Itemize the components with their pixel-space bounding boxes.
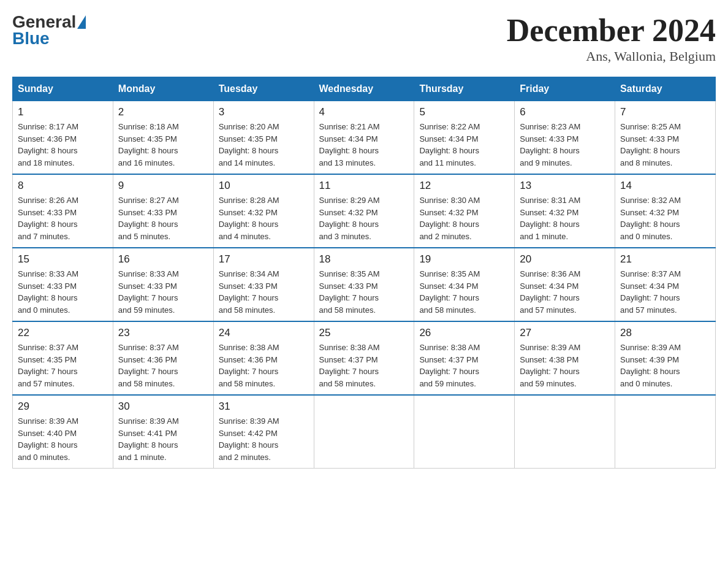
day-number: 1: [18, 106, 108, 118]
calendar-table: Sunday Monday Tuesday Wednesday Thursday…: [12, 77, 716, 469]
day-number: 9: [118, 180, 208, 192]
day-number: 13: [520, 180, 610, 192]
day-cell: 18Sunrise: 8:35 AMSunset: 4:33 PMDayligh…: [314, 248, 414, 321]
day-number: 18: [319, 253, 409, 266]
day-cell: [615, 395, 716, 469]
calendar-header-row: Sunday Monday Tuesday Wednesday Thursday…: [13, 77, 716, 101]
day-info: Sunrise: 8:38 AMSunset: 4:37 PMDaylight:…: [319, 342, 409, 389]
day-number: 26: [419, 327, 509, 339]
week-row-3: 15Sunrise: 8:33 AMSunset: 4:33 PMDayligh…: [13, 248, 716, 321]
day-info: Sunrise: 8:30 AMSunset: 4:32 PMDaylight:…: [419, 194, 509, 242]
day-info: Sunrise: 8:39 AMSunset: 4:40 PMDaylight:…: [18, 415, 108, 463]
day-number: 24: [219, 327, 309, 339]
day-cell: 20Sunrise: 8:36 AMSunset: 4:34 PMDayligh…: [515, 248, 615, 321]
day-cell: 8Sunrise: 8:26 AMSunset: 4:33 PMDaylight…: [13, 174, 113, 248]
day-number: 11: [319, 180, 409, 192]
col-tuesday: Tuesday: [213, 77, 314, 101]
day-number: 6: [520, 106, 610, 118]
day-info: Sunrise: 8:31 AMSunset: 4:32 PMDaylight:…: [520, 194, 610, 242]
day-number: 31: [219, 400, 309, 413]
day-number: 4: [319, 106, 409, 118]
day-cell: 1Sunrise: 8:17 AMSunset: 4:36 PMDaylight…: [13, 101, 113, 175]
day-cell: 31Sunrise: 8:39 AMSunset: 4:42 PMDayligh…: [213, 395, 314, 469]
day-number: 16: [118, 253, 208, 266]
week-row-1: 1Sunrise: 8:17 AMSunset: 4:36 PMDaylight…: [13, 101, 716, 175]
day-number: 17: [219, 253, 309, 266]
page-header: General Blue December 2024 Ans, Wallonia…: [12, 12, 716, 64]
day-info: Sunrise: 8:33 AMSunset: 4:33 PMDaylight:…: [118, 268, 208, 316]
day-cell: [414, 395, 515, 469]
day-number: 23: [118, 327, 208, 339]
day-info: Sunrise: 8:25 AMSunset: 4:33 PMDaylight:…: [620, 121, 710, 169]
day-info: Sunrise: 8:38 AMSunset: 4:37 PMDaylight:…: [419, 342, 509, 389]
col-wednesday: Wednesday: [314, 77, 414, 101]
day-cell: 30Sunrise: 8:39 AMSunset: 4:41 PMDayligh…: [113, 395, 213, 469]
day-number: 20: [520, 253, 610, 266]
day-info: Sunrise: 8:18 AMSunset: 4:35 PMDaylight:…: [118, 121, 208, 169]
day-cell: 3Sunrise: 8:20 AMSunset: 4:35 PMDaylight…: [213, 101, 314, 175]
day-info: Sunrise: 8:27 AMSunset: 4:33 PMDaylight:…: [118, 194, 208, 242]
month-title: December 2024: [507, 12, 716, 48]
logo: General Blue: [12, 12, 87, 48]
day-cell: 25Sunrise: 8:38 AMSunset: 4:37 PMDayligh…: [314, 321, 414, 395]
day-number: 3: [219, 106, 309, 118]
day-cell: 13Sunrise: 8:31 AMSunset: 4:32 PMDayligh…: [515, 174, 615, 248]
day-cell: 19Sunrise: 8:35 AMSunset: 4:34 PMDayligh…: [414, 248, 515, 321]
day-info: Sunrise: 8:39 AMSunset: 4:41 PMDaylight:…: [118, 415, 208, 463]
day-cell: [314, 395, 414, 469]
day-cell: 28Sunrise: 8:39 AMSunset: 4:39 PMDayligh…: [615, 321, 716, 395]
day-cell: 14Sunrise: 8:32 AMSunset: 4:32 PMDayligh…: [615, 174, 716, 248]
day-number: 30: [118, 400, 208, 413]
day-info: Sunrise: 8:21 AMSunset: 4:34 PMDaylight:…: [319, 121, 409, 169]
day-cell: 16Sunrise: 8:33 AMSunset: 4:33 PMDayligh…: [113, 248, 213, 321]
day-number: 27: [520, 327, 610, 339]
day-number: 15: [18, 253, 108, 266]
day-number: 12: [419, 180, 509, 192]
day-number: 21: [620, 253, 710, 266]
day-cell: 29Sunrise: 8:39 AMSunset: 4:40 PMDayligh…: [13, 395, 113, 469]
day-cell: 10Sunrise: 8:28 AMSunset: 4:32 PMDayligh…: [213, 174, 314, 248]
day-info: Sunrise: 8:38 AMSunset: 4:36 PMDaylight:…: [219, 342, 309, 389]
col-monday: Monday: [113, 77, 213, 101]
logo-triangle-icon: [77, 15, 86, 29]
day-info: Sunrise: 8:37 AMSunset: 4:36 PMDaylight:…: [118, 342, 208, 389]
day-cell: 4Sunrise: 8:21 AMSunset: 4:34 PMDaylight…: [314, 101, 414, 175]
title-area: December 2024 Ans, Wallonia, Belgium: [507, 12, 716, 64]
day-info: Sunrise: 8:23 AMSunset: 4:33 PMDaylight:…: [520, 121, 610, 169]
day-info: Sunrise: 8:26 AMSunset: 4:33 PMDaylight:…: [18, 194, 108, 242]
day-cell: 2Sunrise: 8:18 AMSunset: 4:35 PMDaylight…: [113, 101, 213, 175]
day-cell: 5Sunrise: 8:22 AMSunset: 4:34 PMDaylight…: [414, 101, 515, 175]
day-cell: 26Sunrise: 8:38 AMSunset: 4:37 PMDayligh…: [414, 321, 515, 395]
day-number: 5: [419, 106, 509, 118]
day-number: 14: [620, 180, 710, 192]
day-info: Sunrise: 8:35 AMSunset: 4:34 PMDaylight:…: [419, 268, 509, 316]
week-row-2: 8Sunrise: 8:26 AMSunset: 4:33 PMDaylight…: [13, 174, 716, 248]
day-cell: 17Sunrise: 8:34 AMSunset: 4:33 PMDayligh…: [213, 248, 314, 321]
col-thursday: Thursday: [414, 77, 515, 101]
day-cell: 6Sunrise: 8:23 AMSunset: 4:33 PMDaylight…: [515, 101, 615, 175]
day-info: Sunrise: 8:32 AMSunset: 4:32 PMDaylight:…: [620, 194, 710, 242]
day-cell: 22Sunrise: 8:37 AMSunset: 4:35 PMDayligh…: [13, 321, 113, 395]
day-number: 28: [620, 327, 710, 339]
day-cell: 24Sunrise: 8:38 AMSunset: 4:36 PMDayligh…: [213, 321, 314, 395]
day-number: 19: [419, 253, 509, 266]
day-cell: 12Sunrise: 8:30 AMSunset: 4:32 PMDayligh…: [414, 174, 515, 248]
day-number: 22: [18, 327, 108, 339]
day-cell: 27Sunrise: 8:39 AMSunset: 4:38 PMDayligh…: [515, 321, 615, 395]
location: Ans, Wallonia, Belgium: [507, 48, 716, 64]
day-info: Sunrise: 8:29 AMSunset: 4:32 PMDaylight:…: [319, 194, 409, 242]
day-info: Sunrise: 8:28 AMSunset: 4:32 PMDaylight:…: [219, 194, 309, 242]
day-number: 10: [219, 180, 309, 192]
col-sunday: Sunday: [13, 77, 113, 101]
day-cell: 15Sunrise: 8:33 AMSunset: 4:33 PMDayligh…: [13, 248, 113, 321]
day-cell: 7Sunrise: 8:25 AMSunset: 4:33 PMDaylight…: [615, 101, 716, 175]
day-number: 8: [18, 180, 108, 192]
day-cell: [515, 395, 615, 469]
day-number: 7: [620, 106, 710, 118]
day-info: Sunrise: 8:36 AMSunset: 4:34 PMDaylight:…: [520, 268, 610, 316]
day-info: Sunrise: 8:20 AMSunset: 4:35 PMDaylight:…: [219, 121, 309, 169]
day-info: Sunrise: 8:35 AMSunset: 4:33 PMDaylight:…: [319, 268, 409, 316]
day-info: Sunrise: 8:22 AMSunset: 4:34 PMDaylight:…: [419, 121, 509, 169]
day-cell: 21Sunrise: 8:37 AMSunset: 4:34 PMDayligh…: [615, 248, 716, 321]
day-cell: 11Sunrise: 8:29 AMSunset: 4:32 PMDayligh…: [314, 174, 414, 248]
